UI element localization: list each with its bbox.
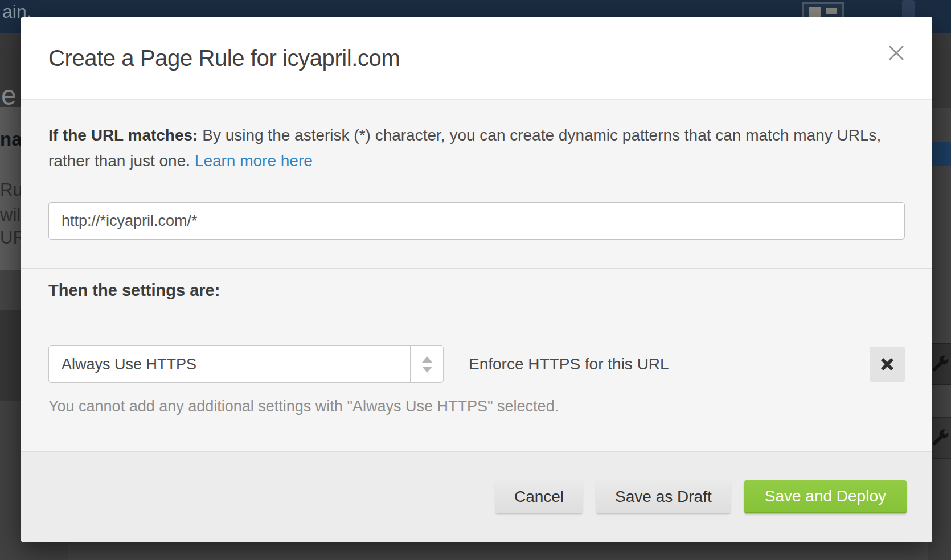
create-page-rule-modal: Create a Page Rule for icyapril.com If t… (21, 17, 932, 542)
remove-x-icon (880, 357, 894, 371)
setting-select[interactable]: Always Use HTTPS (48, 345, 444, 383)
close-icon (887, 44, 905, 62)
chevron-up-icon (422, 356, 432, 363)
cancel-button[interactable]: Cancel (495, 480, 583, 513)
url-pattern-input[interactable] (48, 202, 905, 240)
settings-section: Then the settings are: Always Use HTTPS … (21, 269, 932, 451)
close-button[interactable] (886, 42, 907, 64)
learn-more-link[interactable]: Learn more here (195, 152, 313, 170)
wrench-icon (930, 428, 950, 447)
setting-select-value: Always Use HTTPS (49, 346, 410, 382)
setting-note: You cannot add any additional settings w… (48, 398, 905, 415)
save-as-draft-button[interactable]: Save as Draft (596, 480, 731, 513)
background-text-fragment: Ru (0, 180, 23, 200)
screen: ain. e nav Ru will UR Create a Page Rule… (0, 0, 951, 560)
url-match-label: If the URL matches: (48, 126, 198, 144)
modal-footer: Cancel Save as Draft Save and Deploy (21, 451, 932, 542)
modal-header: Create a Page Rule for icyapril.com (21, 17, 932, 100)
select-arrows-icon[interactable] (410, 346, 443, 382)
url-match-section: If the URL matches: By using the asteris… (21, 100, 932, 269)
save-and-deploy-button[interactable]: Save and Deploy (744, 480, 907, 513)
background-text-fragment: e (1, 80, 17, 111)
remove-setting-button[interactable] (870, 347, 905, 382)
url-match-description: If the URL matches: By using the asteris… (48, 122, 905, 174)
wrench-icon (930, 354, 950, 373)
setting-row: Always Use HTTPS Enforce HTTPS for this … (48, 345, 905, 383)
setting-description: Enforce HTTPS for this URL (469, 355, 669, 373)
settings-heading: Then the settings are: (48, 281, 905, 300)
chevron-down-icon (422, 367, 432, 373)
modal-title: Create a Page Rule for icyapril.com (48, 46, 400, 71)
